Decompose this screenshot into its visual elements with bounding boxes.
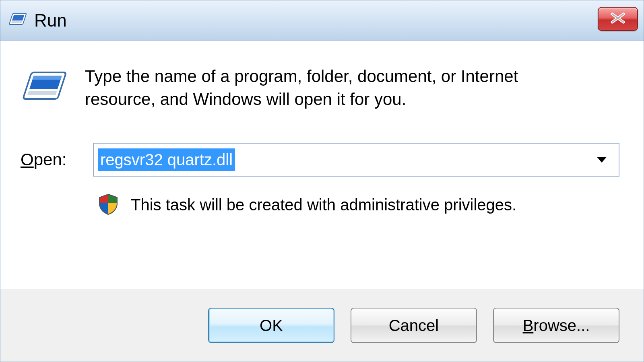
window-title: Run (34, 10, 67, 31)
run-icon (8, 12, 27, 29)
open-label: Open: (21, 150, 93, 169)
shield-icon (97, 193, 120, 217)
svg-marker-11 (597, 157, 607, 163)
dialog-body: Type the name of a program, folder, docu… (0, 41, 644, 289)
svg-rect-1 (12, 15, 25, 21)
chevron-down-icon[interactable] (596, 156, 607, 165)
titlebar[interactable]: Run (0, 0, 644, 41)
cancel-button[interactable]: Cancel (351, 308, 477, 343)
close-button[interactable] (598, 7, 638, 31)
svg-rect-2 (11, 21, 22, 23)
run-icon-large (21, 69, 69, 107)
close-icon (609, 12, 627, 26)
open-combobox[interactable]: regsvr32 quartz.dll (93, 143, 619, 177)
ok-button[interactable]: OK (208, 308, 334, 343)
browse-button[interactable]: Browse... (493, 308, 619, 343)
admin-privileges-text: This task will be created with administr… (131, 196, 516, 214)
button-bar: OK Cancel Browse... (0, 289, 644, 362)
run-dialog-window: Run (0, 0, 644, 362)
open-input-value[interactable]: regsvr32 quartz.dll (98, 148, 235, 171)
svg-rect-9 (33, 76, 62, 80)
description-text: Type the name of a program, folder, docu… (85, 65, 568, 111)
svg-rect-10 (27, 91, 57, 95)
